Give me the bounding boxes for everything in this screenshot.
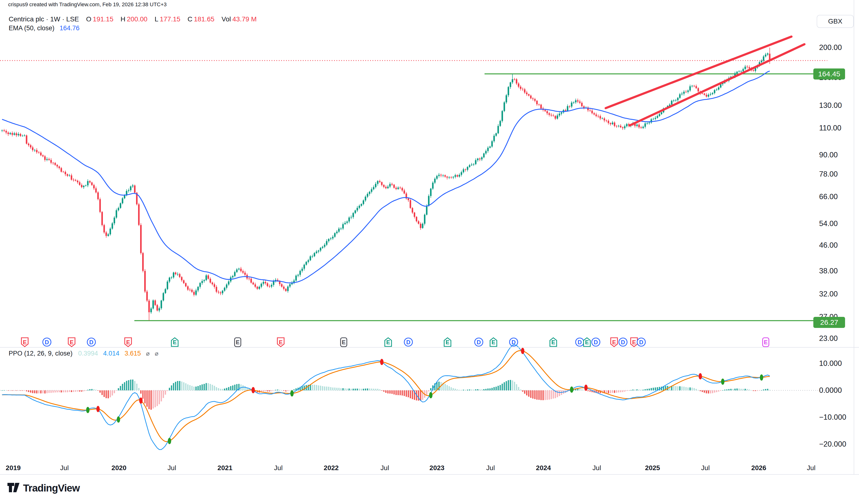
tradingview-logo[interactable]: TradingView [7, 483, 80, 494]
tradingview-chart-page: EDEDEEEEEEDEDEDEDEDEDEDE crispus9 create… [0, 0, 859, 504]
time-tick: Jul [592, 464, 601, 472]
time-axis[interactable]: 2019Jul2020Jul2021Jul2022Jul2023Jul2024J… [0, 0, 859, 504]
time-tick: Jul [807, 464, 815, 472]
resistance-price-label: 164.45 [813, 68, 845, 79]
time-tick: Jul [60, 464, 69, 472]
time-tick: 2021 [217, 464, 232, 472]
time-tick: 2022 [324, 464, 338, 472]
time-tick: 2025 [645, 464, 660, 472]
time-axis-border [0, 474, 859, 475]
time-tick: Jul [274, 464, 283, 472]
tradingview-logo-text: TradingView [23, 483, 80, 494]
time-tick: Jul [701, 464, 710, 472]
pane-separator[interactable] [0, 347, 859, 348]
price-axis-border [854, 0, 854, 474]
time-tick: 2026 [751, 464, 766, 472]
time-tick: 2020 [111, 464, 126, 472]
time-tick: Jul [486, 464, 495, 472]
time-tick: 2023 [430, 464, 444, 472]
time-tick: Jul [380, 464, 389, 472]
time-tick: 2019 [6, 464, 21, 472]
time-tick: 2024 [536, 464, 551, 472]
support-price-label: 26.27 [813, 317, 845, 328]
time-tick: Jul [167, 464, 176, 472]
tradingview-logo-icon [7, 483, 20, 494]
